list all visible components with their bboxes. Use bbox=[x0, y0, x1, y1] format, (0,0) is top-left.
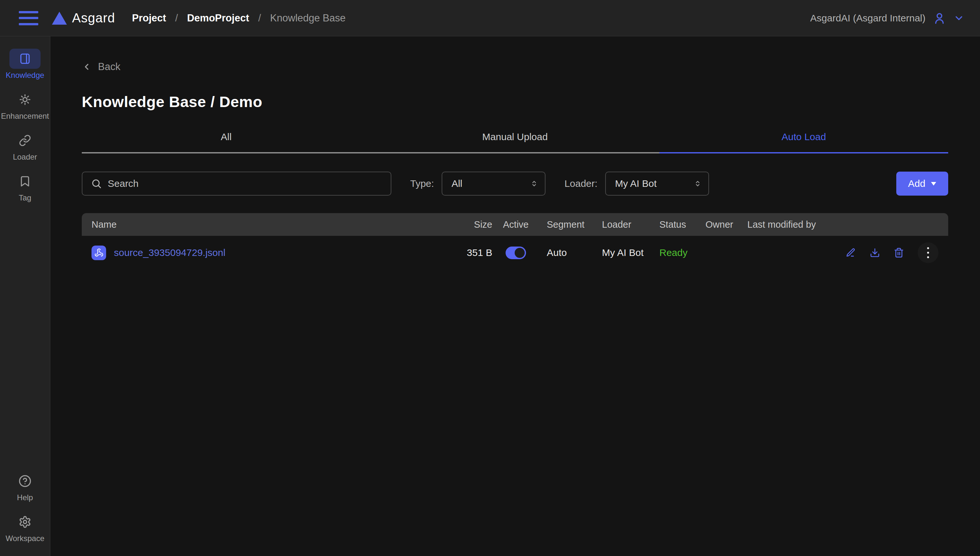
sidebar-item-label: Workspace bbox=[5, 534, 44, 543]
menu-icon[interactable] bbox=[19, 11, 38, 25]
sidebar-item-label: Tag bbox=[19, 193, 31, 202]
sidebar: Knowledge Enhancement Loader bbox=[0, 36, 50, 556]
col-active: Active bbox=[495, 219, 536, 230]
files-table: Name Size Active Segment Loader Status O… bbox=[82, 213, 948, 270]
sidebar-item-label: Enhancement bbox=[1, 112, 49, 121]
loader-label: Loader: bbox=[564, 178, 597, 189]
tab-all[interactable]: All bbox=[82, 131, 370, 154]
breadcrumb-project[interactable]: Project bbox=[132, 12, 166, 24]
col-owner: Owner bbox=[695, 219, 737, 230]
link-icon bbox=[19, 134, 31, 147]
caret-down-icon bbox=[931, 181, 936, 186]
file-name-link[interactable]: source_3935094729.jsonl bbox=[114, 247, 226, 258]
table-header: Name Size Active Segment Loader Status O… bbox=[82, 213, 948, 236]
more-actions-icon[interactable] bbox=[918, 242, 938, 263]
sidebar-item-tag[interactable]: Tag bbox=[0, 171, 50, 202]
trash-icon[interactable] bbox=[894, 247, 904, 258]
sidebar-item-loader[interactable]: Loader bbox=[0, 130, 50, 162]
edit-icon[interactable] bbox=[846, 247, 856, 258]
account-name: AsgardAI (Asgard Internal) bbox=[810, 13, 925, 24]
col-name: Name bbox=[92, 219, 456, 230]
breadcrumb-separator: / bbox=[258, 12, 261, 24]
chevrons-up-down-icon bbox=[694, 179, 702, 188]
sidebar-item-label: Knowledge bbox=[6, 71, 44, 80]
bookmark-icon bbox=[19, 175, 31, 187]
tab-auto-load[interactable]: Auto Load bbox=[660, 131, 948, 154]
sidebar-item-enhancement[interactable]: Enhancement bbox=[0, 89, 50, 121]
add-button-label: Add bbox=[908, 178, 925, 189]
chevrons-up-down-icon bbox=[530, 179, 539, 188]
page-title: Knowledge Base / Demo bbox=[82, 93, 948, 111]
file-type-badge bbox=[92, 246, 106, 260]
breadcrumb-demoproject[interactable]: DemoProject bbox=[187, 12, 249, 24]
loader-select-value: My AI Bot bbox=[615, 178, 657, 189]
breadcrumb: Project / DemoProject / Knowledge Base bbox=[132, 12, 346, 24]
logo-triangle-icon bbox=[52, 12, 67, 25]
filter-row: Type: All Loader: My AI Bot Add bbox=[82, 171, 948, 196]
type-label: Type: bbox=[410, 178, 434, 189]
loader-value: My AI Bot bbox=[591, 247, 648, 258]
breadcrumb-knowledge-base: Knowledge Base bbox=[270, 12, 346, 24]
sidebar-item-label: Help bbox=[17, 493, 33, 502]
tab-manual-upload[interactable]: Manual Upload bbox=[370, 131, 660, 154]
col-segment: Segment bbox=[536, 219, 591, 230]
main-content: Back Knowledge Base / Demo All Manual Up… bbox=[50, 36, 980, 556]
top-bar: Asgard Project / DemoProject / Knowledge… bbox=[0, 0, 980, 36]
segment-value: Auto bbox=[536, 247, 591, 258]
search-icon bbox=[91, 178, 102, 189]
add-button[interactable]: Add bbox=[896, 171, 948, 196]
user-icon[interactable] bbox=[933, 11, 946, 25]
book-icon bbox=[19, 53, 31, 65]
search-box bbox=[82, 171, 391, 196]
sidebar-item-help[interactable]: Help bbox=[0, 471, 50, 502]
status-badge: Ready bbox=[648, 247, 695, 258]
file-size: 351 B bbox=[456, 247, 495, 258]
loader-select[interactable]: My AI Bot bbox=[605, 171, 709, 196]
gear-icon bbox=[18, 516, 31, 529]
sun-icon bbox=[19, 94, 31, 106]
help-circle-icon bbox=[18, 475, 31, 488]
active-toggle[interactable] bbox=[506, 247, 526, 259]
type-select-value: All bbox=[451, 178, 462, 189]
type-select[interactable]: All bbox=[441, 171, 545, 196]
col-loader: Loader bbox=[591, 219, 648, 230]
chevron-left-icon bbox=[82, 62, 92, 72]
breadcrumb-separator: / bbox=[175, 12, 178, 24]
download-icon[interactable] bbox=[870, 247, 880, 258]
brand-name: Asgard bbox=[72, 11, 115, 25]
search-input[interactable] bbox=[108, 178, 382, 189]
col-status: Status bbox=[648, 219, 695, 230]
app-logo: Asgard bbox=[52, 11, 115, 25]
col-last-modified-by: Last modified by bbox=[737, 219, 818, 230]
sidebar-item-workspace[interactable]: Workspace bbox=[0, 512, 50, 543]
webhook-icon bbox=[94, 248, 103, 257]
sidebar-item-label: Loader bbox=[13, 152, 37, 162]
table-row: source_3935094729.jsonl 351 B Auto My AI… bbox=[82, 236, 948, 270]
col-size: Size bbox=[456, 219, 495, 230]
back-label: Back bbox=[98, 61, 120, 73]
sidebar-item-knowledge[interactable]: Knowledge bbox=[0, 48, 50, 80]
back-button[interactable]: Back bbox=[82, 61, 120, 73]
chevron-down-icon[interactable] bbox=[953, 13, 964, 24]
tab-bar: All Manual Upload Auto Load bbox=[82, 131, 948, 154]
